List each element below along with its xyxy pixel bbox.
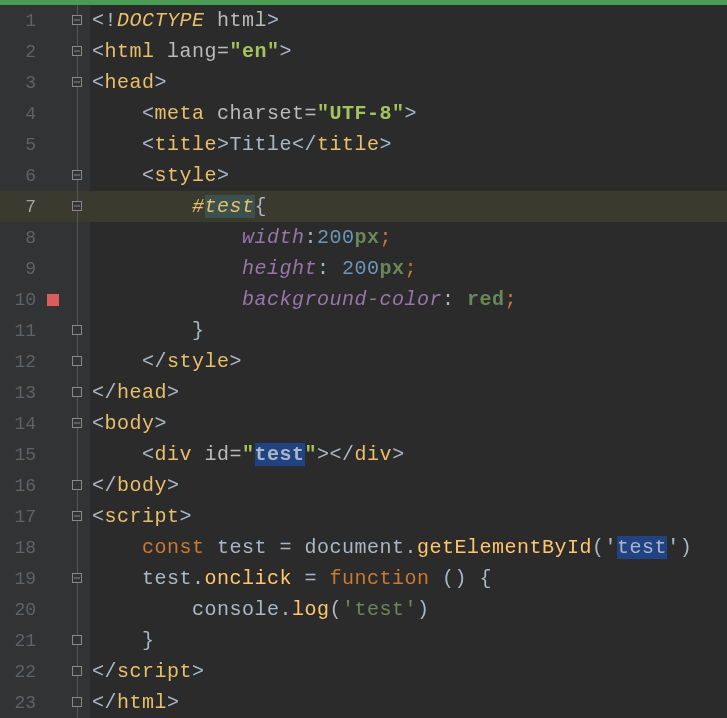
fold-gutter[interactable] (64, 532, 90, 563)
code-line[interactable]: 10 background-color: red; (0, 284, 727, 315)
code-line[interactable]: 13</head> (0, 377, 727, 408)
code-line[interactable]: 9 height: 200px; (0, 253, 727, 284)
fold-close-icon[interactable] (72, 387, 82, 397)
code-line[interactable]: 16</body> (0, 470, 727, 501)
code-line[interactable]: 23</html> (0, 687, 727, 718)
fold-open-icon[interactable] (72, 46, 82, 56)
code-content[interactable]: <meta charset="UTF-8"> (90, 102, 417, 125)
gutter[interactable]: 11 (0, 315, 90, 346)
fold-open-icon[interactable] (72, 573, 82, 583)
code-line[interactable]: 4 <meta charset="UTF-8"> (0, 98, 727, 129)
fold-gutter[interactable] (64, 408, 90, 439)
code-line[interactable]: 1<!DOCTYPE html> (0, 5, 727, 36)
code-content[interactable]: <div id="test"></div> (90, 443, 405, 466)
breakpoint-gutter[interactable] (42, 191, 64, 222)
code-content[interactable]: background-color: red; (90, 288, 517, 311)
gutter[interactable]: 16 (0, 470, 90, 501)
fold-gutter[interactable] (64, 5, 90, 36)
breakpoint-gutter[interactable] (42, 470, 64, 501)
gutter[interactable]: 7 (0, 191, 90, 222)
fold-gutter[interactable] (64, 439, 90, 470)
fold-gutter[interactable] (64, 470, 90, 501)
breakpoint-icon[interactable] (47, 294, 59, 306)
gutter[interactable]: 2 (0, 36, 90, 67)
code-line[interactable]: 7 #test{ (0, 191, 727, 222)
fold-open-icon[interactable] (72, 418, 82, 428)
fold-open-icon[interactable] (72, 15, 82, 25)
breakpoint-gutter[interactable] (42, 222, 64, 253)
gutter[interactable]: 23 (0, 687, 90, 718)
breakpoint-gutter[interactable] (42, 98, 64, 129)
fold-gutter[interactable] (64, 160, 90, 191)
code-line[interactable]: 15 <div id="test"></div> (0, 439, 727, 470)
fold-open-icon[interactable] (72, 77, 82, 87)
code-content[interactable]: </script> (90, 660, 205, 683)
code-content[interactable]: <style> (90, 164, 230, 187)
code-content[interactable]: width:200px; (90, 226, 392, 249)
code-line[interactable]: 20 console.log('test') (0, 594, 727, 625)
code-line[interactable]: 18 const test = document.getElementById(… (0, 532, 727, 563)
fold-close-icon[interactable] (72, 666, 82, 676)
breakpoint-gutter[interactable] (42, 67, 64, 98)
code-content[interactable]: #test{ (90, 195, 267, 218)
fold-open-icon[interactable] (72, 170, 82, 180)
code-content[interactable]: <!DOCTYPE html> (90, 9, 280, 32)
code-line[interactable]: 5 <title>Title</title> (0, 129, 727, 160)
code-content[interactable]: </body> (90, 474, 180, 497)
fold-gutter[interactable] (64, 253, 90, 284)
breakpoint-gutter[interactable] (42, 687, 64, 718)
gutter[interactable]: 20 (0, 594, 90, 625)
code-content[interactable]: console.log('test') (90, 598, 430, 621)
gutter[interactable]: 17 (0, 501, 90, 532)
code-line[interactable]: 22</script> (0, 656, 727, 687)
breakpoint-gutter[interactable] (42, 377, 64, 408)
gutter[interactable]: 22 (0, 656, 90, 687)
code-line[interactable]: 11 } (0, 315, 727, 346)
breakpoint-gutter[interactable] (42, 501, 64, 532)
gutter[interactable]: 3 (0, 67, 90, 98)
breakpoint-gutter[interactable] (42, 253, 64, 284)
breakpoint-gutter[interactable] (42, 439, 64, 470)
code-content[interactable]: <body> (90, 412, 167, 435)
breakpoint-gutter[interactable] (42, 656, 64, 687)
fold-gutter[interactable] (64, 315, 90, 346)
code-line[interactable]: 19 test.onclick = function () { (0, 563, 727, 594)
gutter[interactable]: 1 (0, 5, 90, 36)
fold-gutter[interactable] (64, 346, 90, 377)
fold-gutter[interactable] (64, 656, 90, 687)
code-content[interactable]: <html lang="en"> (90, 40, 292, 63)
fold-close-icon[interactable] (72, 356, 82, 366)
code-line[interactable]: 8 width:200px; (0, 222, 727, 253)
fold-gutter[interactable] (64, 36, 90, 67)
breakpoint-gutter[interactable] (42, 532, 64, 563)
gutter[interactable]: 14 (0, 408, 90, 439)
breakpoint-gutter[interactable] (42, 408, 64, 439)
code-line[interactable]: 14<body> (0, 408, 727, 439)
breakpoint-gutter[interactable] (42, 284, 64, 315)
code-content[interactable]: </html> (90, 691, 180, 714)
breakpoint-gutter[interactable] (42, 563, 64, 594)
fold-open-icon[interactable] (72, 511, 82, 521)
code-content[interactable]: <head> (90, 71, 167, 94)
gutter[interactable]: 13 (0, 377, 90, 408)
code-line[interactable]: 2<html lang="en"> (0, 36, 727, 67)
code-line[interactable]: 3<head> (0, 67, 727, 98)
gutter[interactable]: 21 (0, 625, 90, 656)
fold-gutter[interactable] (64, 98, 90, 129)
code-editor[interactable]: 1<!DOCTYPE html>2<html lang="en">3<head>… (0, 0, 727, 718)
gutter[interactable]: 8 (0, 222, 90, 253)
fold-gutter[interactable] (64, 222, 90, 253)
code-content[interactable]: <script> (90, 505, 192, 528)
fold-close-icon[interactable] (72, 697, 82, 707)
code-content[interactable]: } (90, 629, 155, 652)
breakpoint-gutter[interactable] (42, 594, 64, 625)
fold-open-icon[interactable] (72, 201, 82, 211)
breakpoint-gutter[interactable] (42, 160, 64, 191)
gutter[interactable]: 9 (0, 253, 90, 284)
breakpoint-gutter[interactable] (42, 129, 64, 160)
gutter[interactable]: 12 (0, 346, 90, 377)
gutter[interactable]: 6 (0, 160, 90, 191)
code-content[interactable]: </head> (90, 381, 180, 404)
breakpoint-gutter[interactable] (42, 315, 64, 346)
fold-close-icon[interactable] (72, 635, 82, 645)
